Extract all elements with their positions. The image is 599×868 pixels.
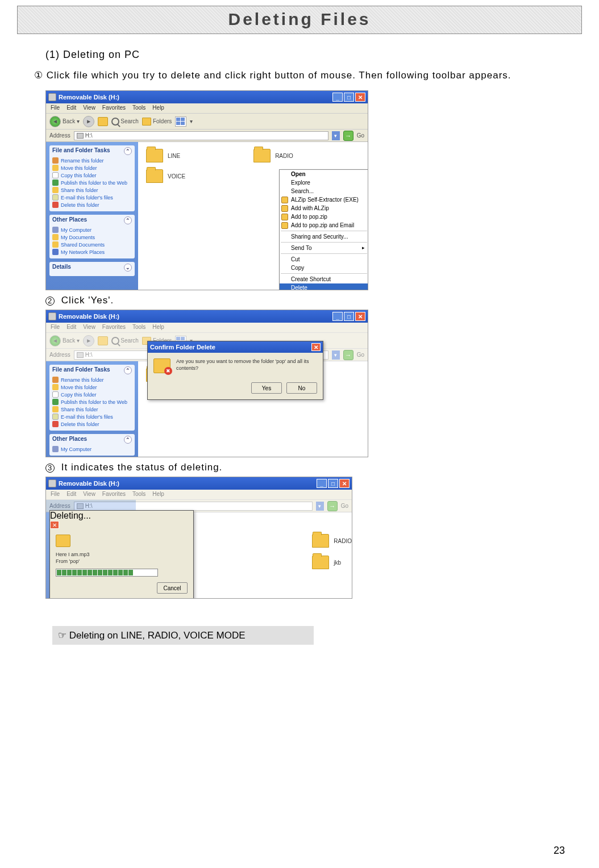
separator: [281, 231, 367, 231]
folder-icon: [146, 149, 163, 162]
share-icon: [52, 187, 59, 193]
close-button[interactable]: ✕: [355, 93, 365, 102]
step3-number: 3: [45, 464, 55, 473]
step1-text: ① Click file which you try to delete and…: [34, 66, 565, 85]
menu-file[interactable]: File: [51, 105, 60, 112]
menu-view[interactable]: View: [83, 105, 95, 112]
docs-icon: [52, 234, 59, 240]
cancel-button[interactable]: Cancel: [157, 582, 188, 594]
addressbar: Address H:\ ▾ → Go: [46, 130, 368, 142]
shared-icon: [52, 241, 59, 248]
task-share[interactable]: Share this folder: [52, 186, 132, 194]
place-mydocs[interactable]: My Documents: [52, 233, 132, 241]
cm-alz2[interactable]: Add with ALZip: [280, 204, 368, 212]
back-icon: ◄: [49, 116, 61, 127]
dialog-message: Are you sure you want to remove the fold…: [176, 358, 317, 373]
menu-tools[interactable]: Tools: [132, 105, 145, 112]
step3-label: 3 It indicates the status of deleting.: [45, 462, 565, 473]
window-titlebar: Removable Disk (H:) _ □ ✕: [46, 477, 352, 490]
delete-icon: [52, 202, 59, 208]
cm-cut[interactable]: Cut: [280, 255, 368, 264]
task-rename[interactable]: Rename this folder: [52, 157, 132, 164]
screenshot-progress-dialog: Removable Disk (H:) _ □ ✕ File Edit View…: [45, 477, 352, 599]
minimize-button[interactable]: _: [317, 479, 327, 488]
folder-radio[interactable]: RADIO: [312, 534, 352, 548]
task-delete[interactable]: Delete this folder: [52, 201, 132, 208]
back-button[interactable]: ◄Back▾: [49, 116, 80, 127]
place-mycomputer[interactable]: My Computer: [52, 226, 132, 233]
maximize-button[interactable]: □: [328, 479, 338, 488]
move-icon: [52, 165, 59, 171]
cm-alz1[interactable]: ALZip Self-Extractor (EXE): [280, 195, 368, 204]
copy-icon: [52, 172, 59, 178]
maximize-button[interactable]: □: [344, 93, 354, 102]
minimize-button[interactable]: _: [332, 312, 343, 321]
cm-alz3[interactable]: Add to pop.zip: [280, 212, 368, 221]
menubar: File Edit View Favorites Tools Help: [46, 323, 368, 333]
cm-delete[interactable]: Delete: [280, 283, 368, 290]
address-dropdown[interactable]: ▾: [332, 131, 340, 140]
task-publish[interactable]: Publish this folder to the Web: [52, 179, 132, 186]
expand-icon[interactable]: ⌄: [124, 264, 132, 272]
cm-sendto[interactable]: Send To: [280, 244, 368, 252]
disk-icon: [48, 93, 56, 101]
place-network[interactable]: My Network Places: [52, 248, 132, 256]
menu-favorites[interactable]: Favorites: [102, 105, 126, 112]
place-shared[interactable]: Shared Documents: [52, 241, 132, 248]
maximize-button[interactable]: □: [344, 312, 354, 321]
folder-radio[interactable]: RADIO: [253, 149, 293, 162]
menu-help[interactable]: Help: [152, 105, 164, 112]
folder-line[interactable]: LINE: [146, 149, 185, 162]
folder-icon: [146, 169, 163, 183]
progress-line2: From 'pop': [56, 558, 188, 564]
email-icon: [52, 194, 59, 201]
alzip-icon: [281, 197, 288, 203]
address-input[interactable]: H:\: [74, 131, 328, 140]
dialog-close-button[interactable]: ✕: [50, 521, 59, 529]
address-value: H:\: [85, 132, 93, 139]
folders-icon: [142, 118, 151, 126]
views-button[interactable]: [175, 116, 186, 127]
places-title: Other Places: [52, 216, 87, 224]
publish-icon: [52, 180, 59, 186]
dialog-title: Confirm Folder Delete: [150, 344, 215, 350]
cm-sharing[interactable]: Sharing and Security...: [280, 232, 368, 241]
rename-icon: [52, 157, 59, 164]
go-button[interactable]: →: [343, 131, 353, 141]
cm-search[interactable]: Search...: [280, 187, 368, 195]
no-button[interactable]: No: [286, 382, 317, 394]
cm-shortcut[interactable]: Create Shortcut: [280, 275, 368, 283]
folder-jkb[interactable]: jkb: [312, 556, 352, 569]
forward-button[interactable]: ►: [83, 116, 94, 127]
page-header: Deleting Files: [17, 6, 582, 34]
task-copy[interactable]: Copy this folder: [52, 172, 132, 179]
cm-open[interactable]: Open: [280, 170, 368, 178]
close-button[interactable]: ✕: [339, 479, 350, 488]
cm-copy[interactable]: Copy: [280, 264, 368, 272]
close-button[interactable]: ✕: [355, 312, 365, 321]
collapse-icon[interactable]: ⌃: [124, 216, 132, 224]
separator: [281, 253, 367, 254]
menu-edit[interactable]: Edit: [66, 105, 76, 112]
cm-alz4[interactable]: Add to pop.zip and Email: [280, 221, 368, 229]
toolbar: ◄Back▾ ► Search Folders ▾: [46, 114, 368, 130]
minimize-button[interactable]: _: [332, 93, 343, 102]
window-title: Removable Disk (H:): [59, 480, 119, 487]
computer-icon: [52, 227, 59, 233]
step2-text: Click 'Yes'.: [61, 295, 114, 306]
yes-button[interactable]: Yes: [251, 382, 282, 394]
explorer-body: File and Folder Tasks⌃ Rename this folde…: [46, 142, 368, 290]
task-move[interactable]: Move this folder: [52, 164, 132, 172]
search-button[interactable]: Search: [111, 118, 139, 126]
folder-voice[interactable]: VOICE: [146, 169, 185, 183]
network-icon: [52, 249, 59, 255]
alzip-icon: [281, 214, 288, 220]
task-email[interactable]: E-mail this folder's files: [52, 194, 132, 201]
collapse-icon[interactable]: ⌃: [124, 147, 132, 155]
details-panel: Details⌄: [49, 262, 135, 276]
dialog-close-button[interactable]: ✕: [311, 343, 321, 351]
up-button[interactable]: [98, 117, 108, 126]
folders-button[interactable]: Folders: [142, 118, 172, 126]
cm-explore[interactable]: Explore: [280, 178, 368, 187]
step2-number: 2: [45, 297, 55, 306]
